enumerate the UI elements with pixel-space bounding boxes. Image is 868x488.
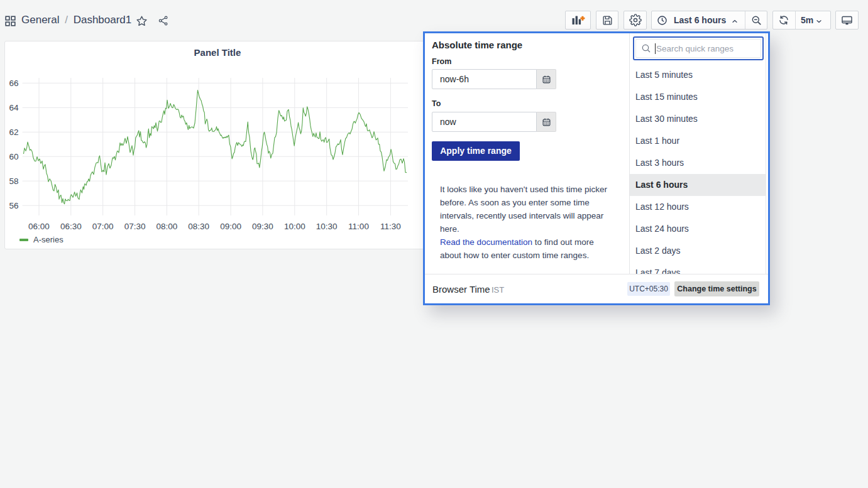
svg-text:64: 64: [9, 103, 19, 112]
svg-text:10:30: 10:30: [316, 222, 338, 231]
svg-text:06:30: 06:30: [60, 222, 82, 231]
svg-text:07:00: 07:00: [92, 222, 114, 231]
svg-text:62: 62: [9, 127, 18, 137]
svg-text:58: 58: [9, 176, 18, 186]
svg-text:11:30: 11:30: [380, 222, 401, 231]
svg-text:09:00: 09:00: [220, 222, 241, 231]
svg-text:10:00: 10:00: [284, 222, 305, 231]
svg-text:56: 56: [9, 201, 18, 210]
svg-text:07:30: 07:30: [124, 222, 146, 231]
svg-text:60: 60: [9, 152, 18, 161]
svg-text:11:00: 11:00: [348, 222, 369, 231]
svg-text:66: 66: [9, 79, 18, 88]
svg-text:08:00: 08:00: [157, 222, 178, 231]
svg-text:09:30: 09:30: [252, 222, 273, 231]
svg-text:08:30: 08:30: [188, 222, 209, 231]
svg-text:06:00: 06:00: [28, 222, 50, 231]
